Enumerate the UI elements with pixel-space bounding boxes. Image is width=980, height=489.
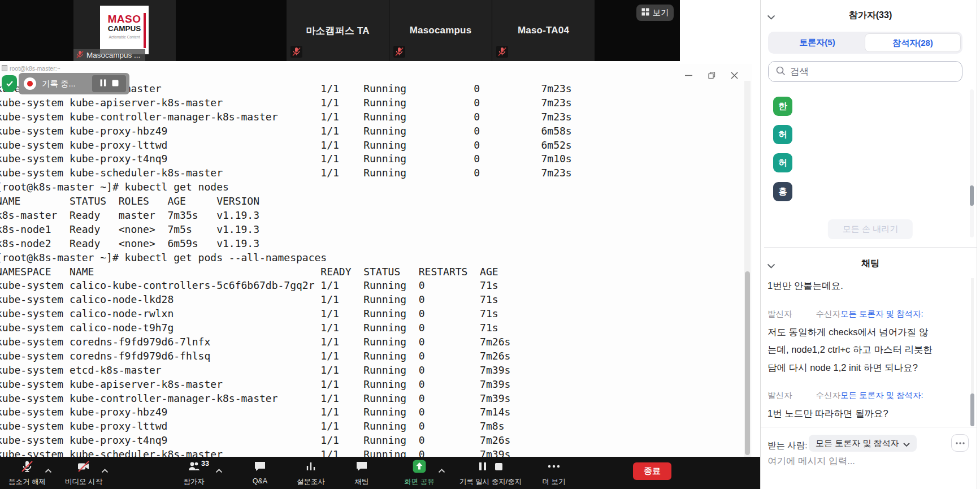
share-screen-icon bbox=[412, 459, 427, 476]
chevron-up-icon[interactable] bbox=[215, 465, 223, 475]
participants-panel-title: 참가자(33) bbox=[761, 10, 980, 21]
pause-recording-icon bbox=[479, 462, 487, 473]
close-icon[interactable] bbox=[727, 70, 741, 81]
tab-attendees[interactable]: 참석자(28) bbox=[865, 33, 961, 52]
send-to-label: 받는 사람: bbox=[767, 440, 808, 452]
terminal-line: k8s-master Ready master 7m35s v1.19.3 bbox=[0, 209, 752, 223]
terminal-line: kube-system kube-proxy-t4nq9 1/1 Running… bbox=[0, 152, 752, 166]
terminal-line: kube-system kube-proxy-hbz49 1/1 Running… bbox=[0, 405, 752, 419]
record-dot-icon bbox=[24, 77, 36, 90]
video-tile[interactable]: MASO CAMPUS Actionable Content Masocampu… bbox=[73, 0, 176, 61]
video-tile[interactable]: Maso-TA04 bbox=[492, 0, 595, 61]
toolbar-button-label: 참가자 bbox=[163, 477, 225, 487]
search-input[interactable] bbox=[790, 66, 962, 77]
terminal-line: [root@k8s-master ~]# kubectl get nodes bbox=[0, 180, 752, 194]
logo-text-maso: MASO bbox=[100, 14, 149, 24]
stop-recording-button[interactable] bbox=[112, 79, 119, 89]
chat-more-button[interactable] bbox=[951, 434, 969, 452]
recipient-dropdown-value: 모든 토론자 및 참석자 bbox=[816, 438, 899, 449]
terminal-line: kube-system kube-proxy-hbz49 1/1 Running… bbox=[0, 124, 752, 139]
minimize-icon[interactable] bbox=[682, 70, 696, 81]
terminal-output: kube-system etcd-k8s-master 1/1 Running … bbox=[0, 82, 752, 462]
stop-recording-icon bbox=[495, 462, 503, 473]
chevron-up-icon[interactable] bbox=[101, 465, 109, 475]
sender-label: 발신자 bbox=[767, 309, 792, 318]
chat-scrollbar-thumb[interactable] bbox=[970, 393, 974, 426]
masocampus-logo: MASO CAMPUS Actionable Content bbox=[100, 6, 149, 54]
restore-icon[interactable] bbox=[704, 70, 719, 81]
search-icon bbox=[775, 66, 786, 78]
chevron-up-icon[interactable] bbox=[438, 465, 445, 475]
attendee-avatar[interactable]: 홍 bbox=[773, 182, 792, 201]
toolbar-button[interactable]: 비디오 시작 bbox=[57, 459, 111, 488]
logo-red-bar bbox=[144, 13, 146, 48]
chat-message: 발신자 수신자모든 토론자 및 참석자: 저도 동일하게 checks에서 넘어… bbox=[767, 309, 966, 377]
recipient-dropdown[interactable]: 모든 토론자 및 참석자 bbox=[809, 435, 917, 452]
attendee-avatar[interactable]: 한 bbox=[773, 97, 792, 116]
participant-name-label: Masocampus ... bbox=[86, 51, 140, 59]
terminal-line: kube-system kube-controller-manager-k8s-… bbox=[0, 392, 752, 406]
chat-message-meta: 발신자 수신자모든 토론자 및 참석자: bbox=[767, 390, 966, 401]
toolbar-button[interactable]: 설문조사 bbox=[286, 459, 336, 488]
view-button[interactable]: 보기 bbox=[636, 5, 674, 21]
participant-count-badge: 33 bbox=[201, 460, 209, 468]
chat-message: 발신자 수신자모든 토론자 및 참석자: 1번 노드만 따라하면 될까요? bbox=[767, 390, 966, 423]
terminal-window: root@k8s-master:~ kube-system etcd-k8s-m… bbox=[0, 64, 752, 489]
chat-input[interactable] bbox=[767, 456, 943, 466]
avatar-initial: 홍 bbox=[778, 186, 787, 198]
recording-status-label: 기록 중... bbox=[42, 73, 76, 94]
chat-panel-title: 채팅 bbox=[761, 258, 980, 270]
toolbar-button[interactable]: Q&A bbox=[237, 459, 283, 488]
terminal-line: kube-system kube-proxy-lttwd 1/1 Running… bbox=[0, 139, 752, 153]
qa-bubble-icon bbox=[253, 460, 267, 475]
toolbar-button-label: 설문조사 bbox=[286, 477, 336, 487]
recipient-value[interactable]: 모든 토론자 및 참석자: bbox=[840, 309, 923, 318]
end-meeting-button[interactable]: 종료 bbox=[633, 462, 671, 480]
zoom-webinar-window: MASO CAMPUS Actionable Content Masocampu… bbox=[0, 0, 980, 489]
toolbar-button-label: 기록 일시 중지/중지 bbox=[451, 477, 530, 487]
toolbar-button[interactable]: 음소거 해제 bbox=[0, 459, 54, 488]
end-button-label: 종료 bbox=[644, 466, 661, 477]
terminal-line: kube-system kube-scheduler-k8s-master 1/… bbox=[0, 166, 752, 180]
chevron-up-icon[interactable] bbox=[45, 465, 52, 475]
video-muted-icon bbox=[77, 460, 90, 475]
toolbar-button-label: Q&A bbox=[237, 477, 283, 485]
terminal-line: NAMESPACE NAME READY STATUS RESTARTS AGE bbox=[0, 265, 752, 279]
terminal-line: NAME STATUS ROLES AGE VERSION bbox=[0, 194, 752, 209]
shield-check-icon bbox=[2, 75, 17, 92]
attendee-avatar[interactable]: 허 bbox=[773, 153, 792, 172]
terminal-scrollbar-thumb[interactable] bbox=[745, 271, 750, 455]
muted-mic-icon bbox=[76, 50, 84, 60]
video-tile[interactable]: Masocampus bbox=[389, 0, 492, 61]
recipient-value[interactable]: 모든 토론자 및 참석자: bbox=[840, 391, 923, 400]
participant-search bbox=[768, 61, 962, 82]
tab-panelists[interactable]: 토론자(5) bbox=[770, 33, 865, 52]
terminal-line: kube-system calico-kube-controllers-5c6f… bbox=[0, 279, 752, 293]
participants-scrollbar-thumb[interactable] bbox=[970, 185, 974, 206]
muted-mic-icon bbox=[496, 46, 508, 58]
terminal-line: k8s-node2 Ready <none> 6m59s v1.19.3 bbox=[0, 237, 752, 251]
video-tile[interactable]: 마소캠퍼스 TA bbox=[287, 0, 389, 61]
terminal-line: [root@k8s-master ~]# kubectl get pods --… bbox=[0, 251, 752, 265]
terminal-line: k8s-node1 Ready <none> 7m5s v1.19.3 bbox=[0, 223, 752, 237]
terminal-icon bbox=[2, 65, 7, 71]
chevron-down-icon bbox=[903, 439, 910, 448]
attendee-avatar[interactable]: 허 bbox=[773, 125, 792, 144]
lower-all-hands-button[interactable]: 모든 손 내리기 bbox=[828, 219, 913, 239]
toolbar-button[interactable]: 채팅 bbox=[339, 459, 384, 488]
polls-icon bbox=[304, 460, 318, 475]
panel-edge-gutter bbox=[977, 0, 980, 489]
side-panel: 참가자(33) 토론자(5) 참석자(28) 한 허 허 홍 모든 bbox=[760, 0, 980, 489]
pause-recording-button[interactable] bbox=[100, 79, 106, 89]
toolbar-button[interactable]: 33 참가자 bbox=[163, 459, 225, 488]
chat-message-list: 1번만 안붙는데요. 발신자 수신자모든 토론자 및 참석자: 저도 동일하게 … bbox=[767, 277, 966, 436]
toolbar-button[interactable]: 화면 공유 bbox=[391, 459, 448, 488]
participants-scrollbar-track[interactable] bbox=[970, 89, 974, 237]
terminal-line: kube-system kube-proxy-t4nq9 1/1 Running… bbox=[0, 434, 752, 448]
chat-message-text: 저도 동일하게 checks에서 넘어가질 않 는데, node1,2 ctrl… bbox=[767, 323, 966, 377]
toolbar-button-label: 더 보기 bbox=[534, 477, 574, 487]
toolbar-button[interactable]: 더 보기 bbox=[534, 459, 574, 488]
toolbar-button[interactable]: 기록 일시 중지/중지 bbox=[451, 459, 530, 488]
chat-message-text: 1번 노드만 따라하면 될까요? bbox=[767, 405, 966, 423]
muted-mic-icon bbox=[290, 46, 302, 58]
